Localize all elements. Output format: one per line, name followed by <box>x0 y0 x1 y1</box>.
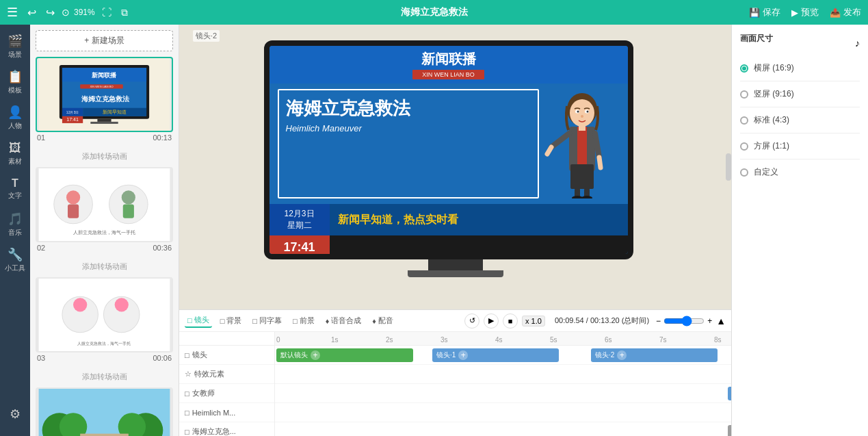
zoom-level: 391% <box>74 8 95 17</box>
zoom-slider[interactable] <box>663 316 705 326</box>
svg-text:新闻早知道: 新闻早知道 <box>103 110 127 114</box>
timeline-labels: □ 镜头 ☆ 特效元素 □ 女教师 □ Heimlich M... <box>179 332 275 436</box>
loop-button[interactable]: ↺ <box>464 313 479 329</box>
expand-button[interactable]: ⧉ <box>118 5 131 20</box>
track-teacher[interactable]: 向... + <box>728 387 731 400</box>
stop-button[interactable]: ■ <box>503 313 518 329</box>
ruler-2s: 2s <box>386 336 393 344</box>
scene-add-anim-02[interactable]: 添加转场动画 <box>36 259 173 277</box>
time-display: 00:09.54 / 00:13.20 (总时间) <box>555 316 649 326</box>
sidebar-item-tools[interactable]: 🔧 小工具 <box>1 244 29 277</box>
svg-line-50 <box>595 133 599 157</box>
scene-add-anim-03[interactable]: 添加转场动画 <box>36 369 173 387</box>
sidebar-label-character: 人物 <box>8 121 22 131</box>
scene-thumb-04[interactable]: 美景立克急救法 <box>36 387 173 436</box>
undo-button[interactable]: ↩ <box>25 5 39 21</box>
collapse-icon[interactable]: ▲ <box>716 316 726 326</box>
preview-button[interactable]: ▶ 预览 <box>791 6 819 18</box>
scene-item-01: 新闻联播 XIN WEN LIAN BO 海姆立克急救法 12月3日 新闻早知道… <box>36 57 173 143</box>
radio-916[interactable] <box>740 90 748 99</box>
add-shot-btn-2[interactable]: + <box>617 350 627 360</box>
play-button[interactable]: ▶ <box>484 313 499 329</box>
sidebar-item-scene[interactable]: 🎬 场景 <box>1 30 29 63</box>
menu-icon[interactable]: ☰ <box>7 5 18 20</box>
music-icon: 🎵 <box>8 211 23 227</box>
zoom-circle: ⊙ <box>62 7 70 18</box>
scene-id-02: 02 <box>37 244 45 252</box>
redo-button[interactable]: ↪ <box>43 5 57 21</box>
publish-button[interactable]: 📤 发布 <box>830 6 861 18</box>
radio-custom[interactable] <box>740 168 748 177</box>
add-shot-btn-1[interactable]: + <box>458 350 468 360</box>
radio-43[interactable] <box>740 116 748 125</box>
settings-icon: ⚙ <box>10 407 21 422</box>
tv-stand <box>428 259 483 270</box>
svg-point-39 <box>570 99 594 127</box>
svg-point-44 <box>581 115 583 118</box>
tab-foreground-label: 前景 <box>300 316 315 326</box>
speed-badge[interactable]: x 1.0 <box>522 316 545 326</box>
save-button[interactable]: 💾 保存 <box>749 6 780 18</box>
material-icon: 🖼 <box>9 141 21 155</box>
sidebar-item-text[interactable]: T 文字 <box>1 172 29 205</box>
size-option-169[interactable]: 横屏 (16:9) <box>740 60 860 77</box>
tv-news-title-cn: 新闻联播 <box>421 50 476 68</box>
label-zimu: □ 海姆立克急... <box>179 422 274 436</box>
tab-foreground[interactable]: □ 前景 <box>290 314 317 327</box>
zoom-in-icon[interactable]: + <box>707 316 712 326</box>
zoom-out-icon[interactable]: − <box>656 316 661 326</box>
track-shot-1[interactable]: 镜头·1 + <box>432 348 559 362</box>
scene-add-anim-01[interactable]: 添加转场动画 <box>36 149 173 167</box>
size-option-11[interactable]: 方屏 (1:1) <box>740 138 860 155</box>
sidebar-item-music[interactable]: 🎵 音乐 <box>1 208 29 241</box>
scene-info-03: 03 00:06 <box>36 352 173 363</box>
size-option-43[interactable]: 标准 (4:3) <box>740 112 860 129</box>
right-panel: 画面尺寸 ♪ 横屏 (16:9) 竖屏 (9:16) 标准 (4:3) 方屏 (… <box>731 25 868 436</box>
radio-169[interactable] <box>740 64 748 73</box>
scene-id-01: 01 <box>37 133 45 142</box>
sidebar-item-material[interactable]: 🖼 素材 <box>1 137 29 170</box>
sidebar-item-template[interactable]: 📋 模板 <box>1 66 29 99</box>
scene-thumb-02[interactable]: 人胆立克急救法，海气一手托 <box>36 167 173 242</box>
track-zimu[interactable]: 资源播... <box>728 425 731 436</box>
size-option-916[interactable]: 竖屏 (9:16) <box>740 86 860 103</box>
track-row-heimlich: 宏观进入1 + <box>275 403 731 422</box>
svg-text:人腹立克急救法，海气一手托: 人腹立克急救法，海气一手托 <box>78 341 131 346</box>
svg-line-51 <box>599 157 601 168</box>
label-teacher-icon: □ <box>185 389 189 398</box>
size-option-custom[interactable]: 自定义 <box>740 164 860 181</box>
sidebar-label-text: 文字 <box>8 191 22 201</box>
label-shot-icon: □ <box>185 351 189 359</box>
tab-audio[interactable]: ♦ 配音 <box>369 314 396 327</box>
scene-id-03: 03 <box>37 354 45 362</box>
svg-point-56 <box>581 196 592 198</box>
track-row-effects <box>275 365 731 384</box>
label-heimlich-text: Heimlich M... <box>192 409 236 417</box>
scenes-list: 新闻联播 XIN WEN LIAN BO 海姆立克急救法 12月3日 新闻早知道… <box>30 57 179 436</box>
sidebar-item-settings[interactable]: ⚙ <box>1 398 29 431</box>
tab-tts-label: 语音合成 <box>331 316 361 326</box>
tab-tts[interactable]: ♦ 语音合成 <box>323 314 365 327</box>
track-default-shot[interactable]: 默认镜头 + <box>276 348 413 362</box>
add-scene-button[interactable]: + 新建场景 <box>36 30 173 51</box>
scene-thumb-01[interactable]: 新闻联播 XIN WEN LIAN BO 海姆立克急救法 12月3日 新闻早知道… <box>36 57 173 132</box>
resize-handle-right[interactable] <box>726 153 731 181</box>
music-note-icon[interactable]: ♪ <box>855 38 860 49</box>
scene-thumb-03[interactable]: 人腹立克急救法，海气一手托 <box>36 277 173 352</box>
sidebar-item-character[interactable]: 👤 人物 <box>1 101 29 134</box>
tv-news-title-en-box: XIN WEN LIAN BO <box>412 70 484 79</box>
add-shot-btn-0[interactable]: + <box>311 350 320 360</box>
tab-background[interactable]: □ 背景 <box>218 314 245 327</box>
svg-rect-14 <box>97 119 111 122</box>
tab-shot[interactable]: □ 镜头 <box>185 313 212 328</box>
scene-item-02: 人胆立克急救法，海气一手托 02 00:36 <box>36 167 173 253</box>
svg-text:海姆立克急救法: 海姆立克急救法 <box>81 95 130 103</box>
character-icon: 👤 <box>8 105 23 120</box>
fullscreen-button[interactable]: ⛶ <box>99 5 114 19</box>
svg-rect-22 <box>123 204 134 218</box>
svg-point-43 <box>586 111 588 113</box>
track-shot-2[interactable]: 镜头·2 + <box>591 348 718 362</box>
canvas-area: 镜头·2 新闻联播 XIN WEN LIAN BO 海姆立克急救法 <box>179 25 731 436</box>
tab-subtitle[interactable]: □ 同字幕 <box>250 314 285 327</box>
radio-11[interactable] <box>740 142 748 151</box>
